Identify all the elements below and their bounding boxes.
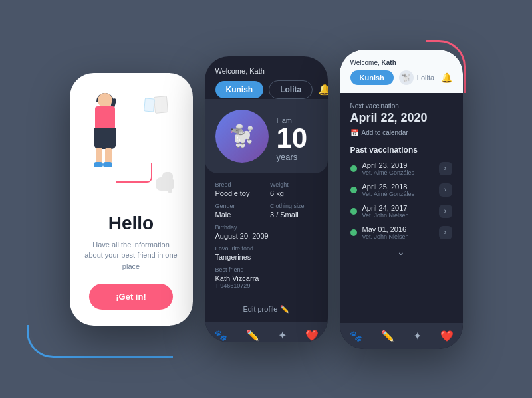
vacc-item-0: April 23, 2019 Vet. Aimé Gonzáles › — [350, 161, 452, 176]
illus-leash — [116, 163, 152, 183]
food-label: Favourite food — [215, 245, 317, 252]
profile-bottom-nav: 🐾 ✏️ ✦ ❤️ — [205, 322, 328, 342]
dog-leg — [168, 187, 172, 193]
detail-food: Favourite food Tangerines — [215, 245, 317, 261]
illus-shoe-right — [103, 162, 112, 167]
welcome-prefix: Welcome, — [215, 67, 250, 75]
pet-age-unit: years — [277, 152, 308, 162]
vacc-welcome-prefix: Welcome, — [350, 59, 382, 66]
weight-label: Weight — [270, 181, 317, 188]
vacc-arrow-2[interactable]: › — [439, 205, 452, 218]
weight-value: 6 kg — [270, 189, 317, 197]
vacc-nav-star-icon[interactable]: ✦ — [413, 330, 422, 342]
vacc-body: Next vaccination April 22, 2020 📅 Add to… — [340, 93, 463, 273]
add-calendar-label: Add to calendar — [362, 129, 408, 136]
breed-value: Poodle toy — [215, 189, 263, 197]
pet-age-number: 10 — [277, 124, 308, 152]
phone-hello: Hello Have all the information about you… — [70, 73, 193, 326]
notification-bell-icon[interactable]: 🔔 — [318, 83, 327, 96]
get-in-button[interactable]: ¡Get in! — [89, 284, 173, 310]
pet-avatar: 🐩 — [215, 110, 269, 163]
vacc-welcome: Welcome, Kath — [350, 59, 452, 66]
illus-shoe-left — [94, 162, 103, 167]
profile-header: Welcome, Kath Kunish Lolita 🔔 — [205, 56, 328, 99]
vacc-vet-0: Vet. Aimé Gonzáles — [362, 169, 434, 176]
detail-weight: Weight 6 kg — [270, 181, 317, 197]
vacc-vet-1: Vet. Aimé Gonzáles — [362, 191, 434, 197]
dog-legs — [168, 172, 173, 196]
detail-birthday: Birthday August 20, 2009 — [215, 224, 317, 240]
vacc-tab-lolita[interactable]: 🐩 Lolita — [399, 70, 434, 85]
edit-profile-row: Edit profile ✏️ — [205, 297, 328, 322]
vacc-header: Welcome, Kath Kunish 🐩 Lolita 🔔 — [340, 50, 463, 93]
vacc-item-2: April 24, 2017 Vet. John Nielsen › — [350, 204, 452, 219]
vacc-vet-3: Vet. John Nielsen — [362, 233, 434, 240]
vacc-nav-edit-icon[interactable]: ✏️ — [381, 330, 394, 342]
vacc-nav-heart-icon[interactable]: ❤️ — [440, 330, 454, 342]
clothing-label: Clothing size — [270, 203, 317, 209]
profile-details-grid: Breed Poodle toy Weight 6 kg Gender Male… — [205, 173, 328, 297]
birthday-value: August 20, 2009 — [215, 232, 317, 240]
lolita-mini-avatar: 🐩 — [399, 70, 414, 85]
gender-label: Gender — [215, 203, 263, 209]
vacc-arrow-1[interactable]: › — [439, 183, 452, 197]
breed-label: Breed — [215, 181, 263, 188]
vacc-dot-2 — [350, 208, 357, 215]
birthday-label: Birthday — [215, 224, 317, 231]
detail-breed: Breed Poodle toy — [215, 181, 263, 197]
show-more-button[interactable]: ⌄ — [350, 247, 452, 257]
phones-container: Hello Have all the information about you… — [70, 50, 463, 349]
clothing-value: 3 / Small — [270, 211, 317, 219]
welcome-name: Kath — [249, 67, 265, 75]
gender-value: Male — [215, 211, 263, 219]
illus-leg-left — [96, 148, 102, 164]
vacc-info-1: April 25, 2018 Vet. Aimé Gonzáles — [362, 183, 434, 197]
vacc-welcome-name: Kath — [382, 59, 396, 66]
add-calendar-row[interactable]: 📅 Add to calendar — [350, 129, 452, 136]
next-vacc-label: Next vaccination — [350, 102, 452, 110]
tab-row: Kunish Lolita 🔔 — [215, 80, 317, 99]
vacc-tab-kunish[interactable]: Kunish — [350, 70, 394, 85]
nav-heart-icon[interactable]: ❤️ — [305, 329, 319, 342]
vacc-date-3: May 01, 2016 — [362, 225, 434, 233]
vacc-item-3: May 01, 2016 Vet. John Nielsen › — [350, 225, 452, 240]
welcome-message: Welcome, Kath — [215, 67, 317, 75]
nav-paw-icon[interactable]: 🐾 — [214, 329, 227, 342]
phone-profile: Welcome, Kath Kunish Lolita 🔔 🐩 I' am 10… — [205, 56, 328, 342]
vacc-bottom-nav: 🐾 ✏️ ✦ ❤️ — [340, 323, 463, 349]
tab-lolita[interactable]: Lolita — [269, 80, 313, 99]
vacc-info-2: April 24, 2017 Vet. John Nielsen — [362, 204, 434, 219]
vacc-item-1: April 25, 2018 Vet. Aimé Gonzáles › — [350, 183, 452, 197]
illus-paper-1 — [154, 96, 168, 114]
tab-kunish[interactable]: Kunish — [215, 81, 264, 98]
vacc-bell-icon[interactable]: 🔔 — [441, 72, 452, 83]
vacc-arrow-3[interactable]: › — [439, 226, 452, 239]
edit-profile-link[interactable]: Edit profile ✏️ — [243, 305, 289, 313]
hello-title: Hello — [108, 213, 154, 234]
nav-edit-icon[interactable]: ✏️ — [246, 329, 259, 342]
illus-leg-right — [105, 148, 112, 164]
vacc-dot-1 — [350, 187, 357, 193]
nav-star-icon[interactable]: ✦ — [278, 329, 287, 342]
dog-leg — [168, 175, 172, 181]
hello-subtitle: Have all the information about your best… — [83, 239, 180, 272]
vacc-info-0: April 23, 2019 Vet. Aimé Gonzáles — [362, 161, 434, 176]
vacc-date-1: April 25, 2018 — [362, 183, 434, 191]
phone-vaccinations: Welcome, Kath Kunish 🐩 Lolita 🔔 Next vac… — [340, 50, 463, 349]
vacc-dot-0 — [350, 165, 357, 172]
next-vacc-date: April 22, 2020 — [350, 111, 452, 125]
past-vacc-title: Past vaccinations — [350, 146, 452, 155]
bestfriend-label: Best friend — [215, 266, 317, 273]
food-value: Tangerines — [215, 253, 317, 261]
vacc-nav-paw-icon[interactable]: 🐾 — [349, 330, 362, 342]
pet-age-block: I' am 10 years — [277, 110, 308, 162]
illus-paper-2 — [144, 98, 155, 112]
vacc-vet-2: Vet. John Nielsen — [362, 212, 434, 219]
calendar-icon: 📅 — [350, 129, 358, 136]
vacc-date-2: April 24, 2017 — [362, 204, 434, 212]
vacc-arrow-0[interactable]: › — [439, 162, 452, 175]
vacc-dot-3 — [350, 229, 357, 236]
illus-skirt — [94, 128, 116, 149]
detail-clothing: Clothing size 3 / Small — [270, 203, 317, 219]
illustration-woman — [88, 93, 174, 199]
